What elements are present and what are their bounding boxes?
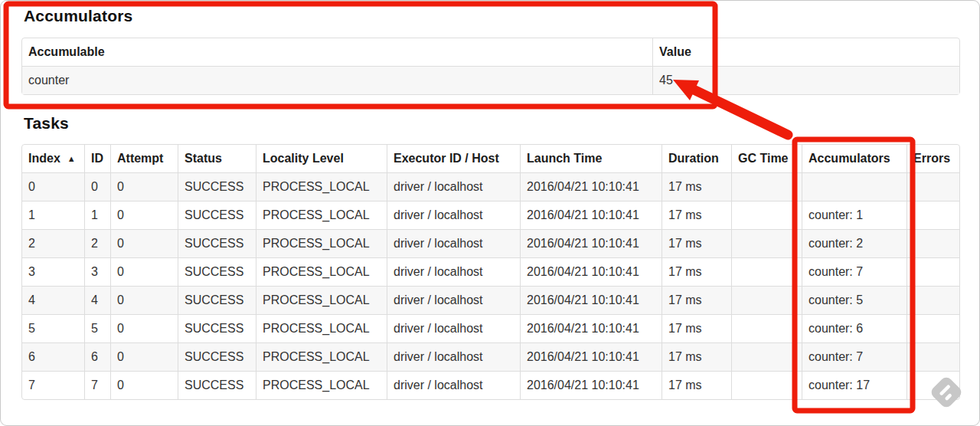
cell-launch-time: 2016/04/21 10:10:41 <box>520 371 662 399</box>
cell-locality-level: PROCESS_LOCAL <box>256 229 387 257</box>
cell-errors <box>906 342 959 371</box>
cell-accumulators: counter: 2 <box>802 229 906 257</box>
column-header-executor-id-host[interactable]: Executor ID / Host <box>387 145 520 172</box>
table-row: 220SUCCESSPROCESS_LOCALdriver / localhos… <box>22 229 959 257</box>
cell-duration: 17 ms <box>662 229 731 257</box>
cell-id: 5 <box>84 314 110 342</box>
cell-executor-id-host: driver / localhost <box>387 314 520 342</box>
cell-value: 45 <box>652 66 959 94</box>
cell-duration: 17 ms <box>662 371 731 399</box>
cell-id: 7 <box>84 371 110 399</box>
column-header-label: GC Time <box>738 152 789 165</box>
cell-launch-time: 2016/04/21 10:10:41 <box>520 314 662 342</box>
table-row: 330SUCCESSPROCESS_LOCALdriver / localhos… <box>22 257 959 286</box>
cell-executor-id-host: driver / localhost <box>387 257 520 286</box>
column-header-label: Accumulators <box>808 152 890 165</box>
cell-gc-time <box>731 229 802 257</box>
cell-accumulable: counter <box>22 66 652 94</box>
column-header-label: Errors <box>913 152 950 165</box>
cell-status: SUCCESS <box>178 314 256 342</box>
cell-duration: 17 ms <box>662 342 731 371</box>
spark-stage-page: Accumulators AccumulableValue counter45 … <box>0 0 980 426</box>
cell-executor-id-host: driver / localhost <box>387 229 520 257</box>
cell-launch-time: 2016/04/21 10:10:41 <box>520 229 662 257</box>
tasks-section-heading: Tasks <box>24 114 69 133</box>
cell-status: SUCCESS <box>178 371 256 399</box>
cell-attempt: 0 <box>110 314 178 342</box>
cell-launch-time: 2016/04/21 10:10:41 <box>520 286 662 314</box>
cell-gc-time <box>731 201 802 229</box>
cell-index: 4 <box>22 286 84 314</box>
column-header-index[interactable]: Index▲ <box>22 145 84 172</box>
column-header-accumulable: Accumulable <box>22 38 652 66</box>
cell-status: SUCCESS <box>178 229 256 257</box>
column-header-label: Value <box>659 45 691 58</box>
cell-status: SUCCESS <box>178 342 256 371</box>
table-row: 660SUCCESSPROCESS_LOCALdriver / localhos… <box>22 342 959 371</box>
cell-errors <box>906 257 959 286</box>
cell-executor-id-host: driver / localhost <box>387 371 520 399</box>
column-header-label: Locality Level <box>263 152 344 165</box>
cell-launch-time: 2016/04/21 10:10:41 <box>520 257 662 286</box>
column-header-errors[interactable]: Errors <box>906 145 959 172</box>
cell-locality-level: PROCESS_LOCAL <box>256 201 387 229</box>
cell-duration: 17 ms <box>662 314 731 342</box>
column-header-gc-time[interactable]: GC Time <box>731 145 802 172</box>
cell-accumulators: counter: 17 <box>802 371 906 399</box>
cell-attempt: 0 <box>110 201 178 229</box>
sort-ascending-icon: ▲ <box>67 151 76 166</box>
cell-launch-time: 2016/04/21 10:10:41 <box>520 342 662 371</box>
cell-gc-time <box>731 314 802 342</box>
cell-id: 1 <box>84 201 110 229</box>
column-header-label: Status <box>185 152 222 165</box>
cell-duration: 17 ms <box>662 201 731 229</box>
cell-accumulators <box>802 172 906 201</box>
column-header-id[interactable]: ID <box>84 145 110 172</box>
table-row: 550SUCCESSPROCESS_LOCALdriver / localhos… <box>22 314 959 342</box>
cell-gc-time <box>731 257 802 286</box>
cell-index: 5 <box>22 314 84 342</box>
cell-errors <box>906 371 959 399</box>
column-header-duration[interactable]: Duration <box>662 145 731 172</box>
cell-accumulators: counter: 5 <box>802 286 906 314</box>
cell-id: 2 <box>84 229 110 257</box>
table-row: 770SUCCESSPROCESS_LOCALdriver / localhos… <box>22 371 959 399</box>
cell-locality-level: PROCESS_LOCAL <box>256 314 387 342</box>
column-header-accumulators[interactable]: Accumulators <box>802 145 906 172</box>
cell-executor-id-host: driver / localhost <box>387 172 520 201</box>
table-row: 110SUCCESSPROCESS_LOCALdriver / localhos… <box>22 201 959 229</box>
cell-locality-level: PROCESS_LOCAL <box>256 342 387 371</box>
cell-launch-time: 2016/04/21 10:10:41 <box>520 201 662 229</box>
column-header-label: Launch Time <box>527 152 602 165</box>
cell-duration: 17 ms <box>662 257 731 286</box>
cell-errors <box>906 286 959 314</box>
cell-executor-id-host: driver / localhost <box>387 201 520 229</box>
cell-status: SUCCESS <box>178 286 256 314</box>
cell-attempt: 0 <box>110 371 178 399</box>
cell-attempt: 0 <box>110 172 178 201</box>
cell-errors <box>906 314 959 342</box>
column-header-status[interactable]: Status <box>178 145 256 172</box>
accumulators-header-row: AccumulableValue <box>22 38 959 66</box>
cell-status: SUCCESS <box>178 257 256 286</box>
cell-index: 0 <box>22 172 84 201</box>
cell-status: SUCCESS <box>178 172 256 201</box>
column-header-label: Index <box>28 152 60 165</box>
cell-status: SUCCESS <box>178 201 256 229</box>
column-header-launch-time[interactable]: Launch Time <box>520 145 662 172</box>
cell-index: 3 <box>22 257 84 286</box>
column-header-attempt[interactable]: Attempt <box>110 145 178 172</box>
column-header-label: Executor ID / Host <box>394 152 499 165</box>
cell-errors <box>906 172 959 201</box>
cell-accumulators: counter: 1 <box>802 201 906 229</box>
cell-attempt: 0 <box>110 342 178 371</box>
cell-launch-time: 2016/04/21 10:10:41 <box>520 172 662 201</box>
cell-attempt: 0 <box>110 286 178 314</box>
column-header-locality-level[interactable]: Locality Level <box>256 145 387 172</box>
cell-id: 4 <box>84 286 110 314</box>
column-header-label: Duration <box>668 152 719 165</box>
cell-duration: 17 ms <box>662 286 731 314</box>
cell-index: 1 <box>22 201 84 229</box>
column-header-label: ID <box>91 152 103 165</box>
cell-locality-level: PROCESS_LOCAL <box>256 371 387 399</box>
